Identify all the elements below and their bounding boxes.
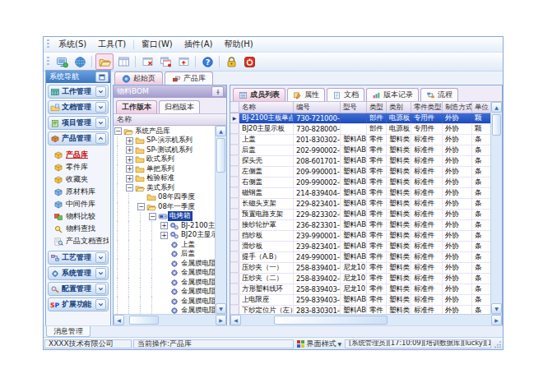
grid-horizontal-scrollbar[interactable]: ◀ ▶ xyxy=(230,314,502,325)
table-row[interactable]: 压纱夹（一）258-839401-00X尼龙1010零件塑料类标准件外协条 xyxy=(230,263,490,274)
tree-node-美式系列[interactable]: −美式系列 xyxy=(114,183,215,193)
tree-node-08年四季度[interactable]: 08年四季度 xyxy=(114,193,215,203)
sidebar-menu-button[interactable] xyxy=(95,71,109,82)
bom-tab-工作版本[interactable]: 工作版本 xyxy=(116,100,157,113)
sidebar-group-header-1[interactable]: 文档管理 xyxy=(48,100,109,114)
member-tab-成员列表[interactable]: 成员列表 xyxy=(233,88,285,101)
member-tab-文档[interactable]: 文档 xyxy=(327,88,364,101)
expand-icon[interactable]: + xyxy=(160,232,168,239)
folder-view-button[interactable] xyxy=(95,53,114,70)
pin-icon[interactable] xyxy=(211,86,224,97)
table-row[interactable]: 探头壳208-601701-01X塑料ABS零件塑料类标准件外协条 xyxy=(230,156,490,167)
scroll-right-icon[interactable]: ▶ xyxy=(491,315,502,325)
close-all-button[interactable] xyxy=(157,54,174,69)
table-row[interactable]: 右侧盖209-990002-01X塑料ABS零件塑料类标准件外协条 xyxy=(230,178,490,188)
tree-node-SP-测试机系列[interactable]: +SP-测试机系列 xyxy=(114,145,215,155)
tree-node-SP-演示机系列[interactable]: +SP-演示机系列 xyxy=(114,136,215,146)
tree-node-检验标准[interactable]: +检验标准 xyxy=(114,174,215,184)
table-row[interactable]: 磁钢盖214-839404-01X塑料ABS零件塑料类标准件外协条 xyxy=(230,188,490,199)
navigator-button[interactable] xyxy=(53,54,70,69)
table-row[interactable]: 滑纱板239-823401-00X塑料ABS零件塑料类标准件外协条 xyxy=(230,242,490,252)
sidebar-item-物料比较[interactable]: 物料比较 xyxy=(53,210,109,223)
tree-node-金属膜电阻器[interactable]: 金属膜电阻器 xyxy=(114,269,215,279)
column-header-类别[interactable]: 类别 xyxy=(387,102,411,113)
toolbar-grip[interactable] xyxy=(47,57,49,67)
tree-node-后盖[interactable]: 后盖 xyxy=(114,250,215,260)
tree-vertical-scrollbar[interactable]: ▲ ▼ xyxy=(215,126,226,314)
sidebar-item-物料查找[interactable]: 物料查找 xyxy=(53,223,109,235)
tree-node-08年一季度[interactable]: −08年一季度 xyxy=(114,202,215,212)
chevron-down-icon[interactable] xyxy=(95,86,106,97)
table-row[interactable]: 接纱轮护罩236-823301-00X塑料ABS零件塑料类标准件外协条 xyxy=(230,220,490,231)
table-row[interactable]: 提手（A.B）249-990001-01X塑料ABS零件塑料类标准件外协条 xyxy=(230,252,490,263)
tree-node-金属膜电阻器[interactable]: 金属膜电阻器 xyxy=(114,278,215,288)
column-header-单位[interactable]: 单位 xyxy=(472,102,490,113)
collapse-icon[interactable]: − xyxy=(114,127,122,135)
grid-vertical-scrollbar[interactable]: ▲ ▼ xyxy=(490,102,502,314)
sidebar-item-中间件库[interactable]: 中间件库 xyxy=(53,198,109,210)
member-tab-版本记录[interactable]: 版本记录 xyxy=(366,88,419,101)
member-tab-流程[interactable]: 流程 xyxy=(420,88,458,101)
chevron-down-icon[interactable] xyxy=(95,102,106,113)
menu-item-2[interactable]: 窗口(W) xyxy=(136,38,179,51)
menubar-grip[interactable] xyxy=(47,39,49,49)
tree-node-金属膜电阻器[interactable]: 金属膜电阻器 xyxy=(114,297,215,307)
column-header-制造方式[interactable]: 制造方式 xyxy=(443,102,472,113)
scroll-left-icon[interactable]: ◀ xyxy=(114,315,124,325)
menu-item-1[interactable]: 工具(T) xyxy=(92,38,132,51)
document-tab-产品库[interactable]: 产品库 xyxy=(165,71,213,85)
tree-node-金属膜电阻器[interactable]: 金属膜电阻器 xyxy=(114,307,215,315)
tree-node-金属膜电阻器[interactable]: 金属膜电阻器 xyxy=(114,288,215,297)
table-row[interactable]: 后盖202-990002-01X塑料ABS零件塑料类标准件外协条 xyxy=(230,145,490,156)
grid-view-button[interactable] xyxy=(115,54,132,69)
tree-node-金属膜电阻器[interactable]: 金属膜电阻器 xyxy=(114,259,215,269)
collapse-icon[interactable]: − xyxy=(137,203,145,210)
scroll-up-icon[interactable]: ▲ xyxy=(216,126,226,136)
message-manager-tab[interactable]: 消息管理 xyxy=(46,326,90,337)
expand-icon[interactable]: + xyxy=(126,146,133,154)
sidebar-group-header-2[interactable]: 项目管理 xyxy=(48,116,109,130)
sidebar-item-产品文档查找[interactable]: 产品文档查找 xyxy=(53,235,109,247)
tree-node-BJ-2100主板单点[interactable]: +BJ-2100主板单点 xyxy=(114,221,215,231)
sidebar-group-header-7[interactable]: SP扩展功能 xyxy=(48,297,109,311)
scroll-down-icon[interactable]: ▼ xyxy=(491,303,502,314)
tree-node-欧式系列[interactable]: +欧式系列 xyxy=(114,155,215,165)
tree-node-上盖[interactable]: 上盖 xyxy=(114,240,215,250)
tree-node-系统产品库[interactable]: −系统产品库 xyxy=(114,127,215,136)
sidebar-item-零件库[interactable]: 零件库 xyxy=(53,161,109,173)
table-row[interactable]: 挡纱板239-990001-01X塑料ABS零件塑料类标准件外协条 xyxy=(230,231,490,242)
document-tab-起始页[interactable]: 起始页 xyxy=(114,71,163,85)
scroll-down-icon[interactable]: ▼ xyxy=(216,303,226,314)
table-row[interactable]: 长磁头支架229-823401-00X塑料ABS零件塑料类标准件外协条 xyxy=(230,199,490,210)
sidebar-group-header-3[interactable]: 产品管理 xyxy=(48,131,109,145)
member-tab-属性[interactable]: 属性 xyxy=(287,88,325,101)
scroll-right-icon[interactable]: ▶ xyxy=(216,315,226,325)
scroll-up-icon[interactable]: ▲ xyxy=(491,102,502,113)
tree-horizontal-scrollbar[interactable]: ◀ ▶ xyxy=(114,314,226,325)
expand-icon[interactable]: + xyxy=(126,175,133,182)
table-row[interactable]: BJ20主显示板730-828000-04X部件电源板专用件外协颗 xyxy=(230,124,490,135)
tree-node-电烤箱[interactable]: −电烤箱 xyxy=(114,212,215,222)
menu-item-4[interactable]: 帮助(H) xyxy=(218,38,258,51)
help-button[interactable]: ? xyxy=(199,54,216,69)
bom-tab-归档版本[interactable]: 归档版本 xyxy=(159,100,200,113)
lock-button[interactable] xyxy=(223,54,239,69)
sidebar-group-header-0[interactable]: 工作管理 xyxy=(48,85,109,99)
collapse-icon[interactable]: − xyxy=(149,213,156,220)
sidebar-group-header-6[interactable]: 配置管理 xyxy=(48,282,109,296)
table-row[interactable]: 下纱定位片（左）283-830301-00X塑料ABS零件塑料类标准件外协条 xyxy=(230,306,490,314)
scroll-left-icon[interactable]: ◀ xyxy=(230,315,241,325)
chevron-down-icon[interactable] xyxy=(95,284,106,294)
sidebar-group-header-4[interactable]: 工艺管理 xyxy=(48,251,109,265)
expand-icon[interactable]: + xyxy=(126,165,133,173)
table-row[interactable]: 方形塑料线环258-839403-00X尼龙1010零件塑料类标准件外协条 xyxy=(230,284,490,295)
resize-grip[interactable] xyxy=(493,339,502,348)
menu-item-0[interactable]: 系统(S) xyxy=(53,38,92,51)
column-header-名称[interactable]: 名称 xyxy=(239,102,294,113)
table-row[interactable]: 压纱夹（二）258-839402-00X尼龙1010零件塑料类标准件外协条 xyxy=(230,274,490,284)
tree-node-单把系列[interactable]: +单把系列 xyxy=(114,164,215,174)
chevron-down-icon[interactable] xyxy=(95,268,106,279)
table-row[interactable]: 上电限座259-839403-00X塑料ABS零件塑料类标准件外协条 xyxy=(230,295,490,306)
tree-vscroll-thumb[interactable] xyxy=(216,138,225,173)
tree-node-BJ20主显示板[interactable]: +BJ20主显示板 xyxy=(114,231,215,241)
